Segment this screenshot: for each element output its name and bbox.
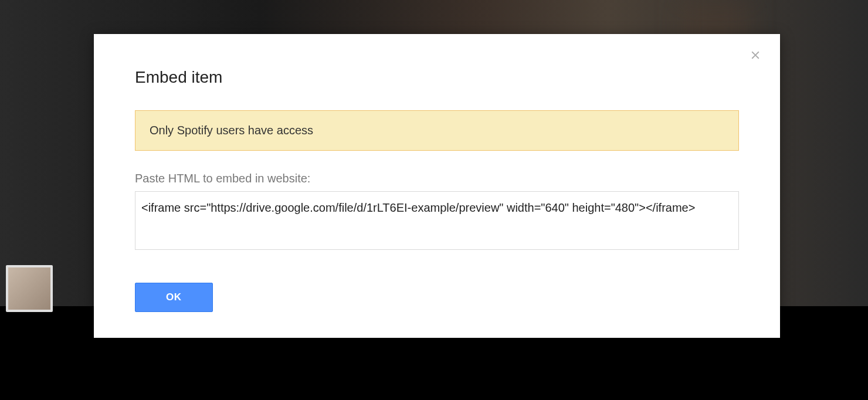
close-icon bbox=[749, 49, 762, 64]
dialog-title: Embed item bbox=[135, 68, 739, 87]
background-photo-frame bbox=[6, 265, 53, 312]
embed-field-label: Paste HTML to embed in website: bbox=[135, 172, 739, 185]
embed-code-textarea[interactable] bbox=[135, 191, 739, 250]
embed-item-dialog: Embed item Only Spotify users have acces… bbox=[94, 34, 780, 338]
access-warning-banner: Only Spotify users have access bbox=[135, 110, 739, 151]
close-button[interactable] bbox=[747, 48, 764, 65]
warning-text: Only Spotify users have access bbox=[150, 124, 313, 137]
ok-button[interactable]: OK bbox=[135, 283, 213, 312]
